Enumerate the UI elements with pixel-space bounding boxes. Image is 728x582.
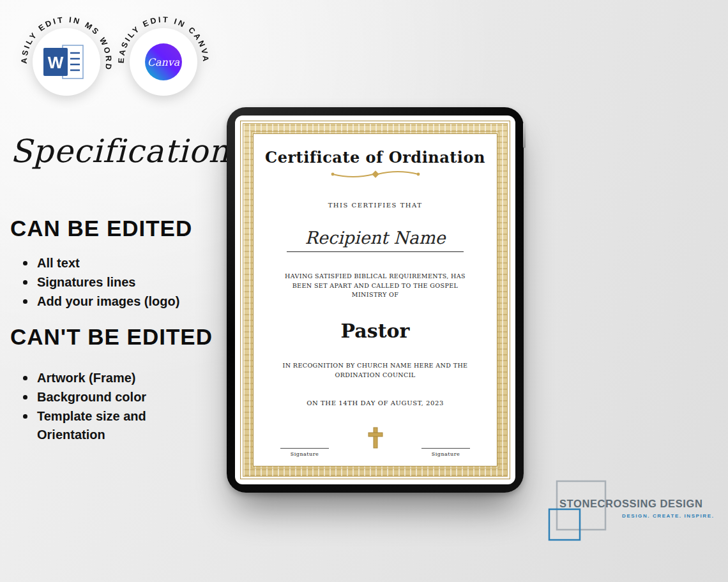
brand-squares-icon bbox=[547, 477, 610, 544]
recipient-name: Recipient Name bbox=[287, 228, 463, 252]
list-item: Add your images (logo) bbox=[22, 292, 201, 311]
signature-right: Signature bbox=[421, 448, 470, 457]
certificate-ornate-border: Certificate of Ordination bbox=[243, 123, 508, 477]
certifies-line: THIS CERTIFIES THAT bbox=[328, 202, 423, 209]
specification-title: Specification bbox=[10, 133, 230, 170]
body-text-bottom: IN RECOGNITION BY CHURCH NAME HERE AND T… bbox=[276, 361, 475, 380]
canva-logo-text: Canva bbox=[148, 56, 180, 68]
brand-name: STONECROSSING DESIGN bbox=[559, 498, 702, 510]
signature-line bbox=[421, 448, 470, 449]
signature-row: Signature Signature bbox=[264, 426, 487, 457]
recipient-block: Recipient Name bbox=[287, 228, 463, 252]
signature-label: Signature bbox=[291, 451, 319, 457]
list-item: Signatures lines bbox=[22, 273, 201, 292]
certifies-block: THIS CERTIFIES THAT bbox=[328, 202, 423, 209]
list-item: Artwork (Frame) bbox=[22, 369, 201, 387]
product-mockup-page: EASILY EDIT IN MS WORD W EASILY EDIT IN … bbox=[0, 0, 728, 582]
signature-line bbox=[280, 448, 329, 449]
brand-tagline: DESIGN. CREATE. INSPIRE. bbox=[622, 513, 715, 519]
signature-left: Signature bbox=[280, 448, 329, 457]
canva-badge: EASILY EDIT IN CANVA Canva bbox=[110, 8, 217, 116]
cant-be-edited-list: Artwork (Frame) Background color Templat… bbox=[22, 369, 201, 445]
certificate: Certificate of Ordination bbox=[240, 121, 510, 479]
tablet-mockup: Certificate of Ordination bbox=[227, 107, 524, 493]
cross-icon bbox=[367, 426, 384, 452]
certificate-header: Certificate of Ordination bbox=[265, 148, 485, 182]
role-title: Pastor bbox=[341, 320, 410, 342]
date-line: ON THE 14TH DAY OF AUGUST, 2023 bbox=[307, 399, 444, 407]
certificate-title: Certificate of Ordination bbox=[265, 148, 485, 167]
brand-logo: STONECROSSING DESIGN DESIGN. CREATE. INS… bbox=[547, 477, 706, 548]
tablet-side-button bbox=[523, 123, 526, 148]
can-be-edited-heading: CAN BE EDITED bbox=[10, 216, 192, 241]
can-be-edited-list: All text Signatures lines Add your image… bbox=[22, 254, 201, 311]
tablet-screen: Certificate of Ordination bbox=[235, 116, 515, 484]
list-item: Background color bbox=[22, 388, 201, 407]
list-item: Template size and Orientation bbox=[22, 407, 201, 444]
canva-icon: Canva bbox=[145, 43, 182, 80]
list-item: All text bbox=[22, 254, 201, 272]
ms-word-icon: W bbox=[43, 45, 83, 78]
signature-label: Signature bbox=[432, 451, 460, 457]
flourish-ornament-icon bbox=[265, 169, 485, 182]
cant-be-edited-heading: CAN'T BE EDITED bbox=[10, 324, 213, 350]
ms-word-badge: EASILY EDIT IN MS WORD W bbox=[13, 8, 120, 116]
certificate-content: Certificate of Ordination bbox=[253, 133, 497, 466]
word-logo-letter: W bbox=[48, 53, 64, 72]
body-text-top: HAVING SATISFIED BIBLICAL REQUIREMENTS, … bbox=[276, 272, 475, 300]
